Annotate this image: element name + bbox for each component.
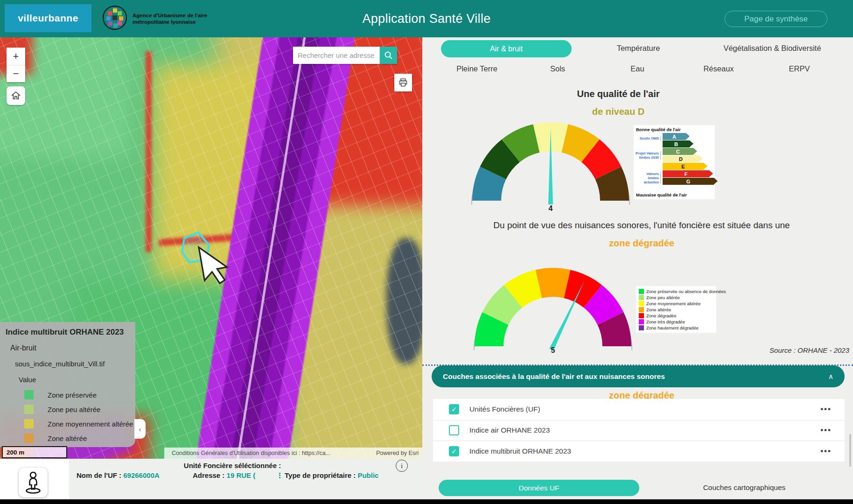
air-threshold-label: Valeurs limites actuelles (635, 172, 661, 184)
legend-swatch (24, 434, 34, 443)
tab-ERPV[interactable]: ERPV (789, 64, 810, 73)
layer-options-button[interactable]: ••• (820, 447, 832, 456)
air-quality-level: de niveau D (422, 106, 814, 117)
air-grade-G: G (663, 178, 718, 185)
air-grade-B: B (663, 140, 693, 147)
legend-label: Zone moyennement altérée (646, 301, 700, 306)
search-button[interactable] (380, 47, 397, 64)
legend-label: Zone altérée (646, 307, 671, 312)
attribution-text[interactable]: Conditions Générales d'Utilisation dispo… (172, 450, 330, 456)
agence-logo-text: Agence d'Urbanisme de l'aire métropolita… (133, 12, 207, 26)
layer-options-button[interactable]: ••• (820, 405, 832, 414)
air-grade-C: C (663, 148, 697, 155)
uf-address-field: Adresse : 19 RUE ( (193, 471, 255, 479)
legend-label: Zone préservée ou absence de données (646, 289, 726, 294)
tab-Air & bruit[interactable]: Air & bruit (441, 40, 572, 57)
air-quality-gauge (471, 118, 630, 207)
powered-by-esri: Powered by Esri (376, 450, 419, 456)
home-button[interactable] (7, 86, 25, 105)
legend-item: Zone moyennement altérée (639, 301, 713, 306)
map-legend-item: Zone peu altérée (24, 404, 100, 414)
legend-swatch (24, 419, 34, 428)
legend-swatch (639, 319, 644, 324)
map-legend-layer: sous_indice_multibruit_Vill.tif (15, 360, 105, 368)
map-attribution: Conditions Générales d'Utilisation dispo… (164, 448, 422, 459)
legend-item: Zone très dégradée (639, 319, 713, 324)
legend-swatch (24, 405, 34, 414)
tab-Eau[interactable]: Eau (630, 64, 644, 73)
layer-row: ✓Unités Foncières (UF)••• (433, 399, 845, 420)
home-icon (11, 91, 21, 100)
field-separator: ⋮ (276, 471, 283, 480)
header: Application Santé Ville villeurbanne (0, 0, 853, 37)
couches-header-label: Couches associées à la qualité de l'air … (443, 372, 665, 381)
legend-label: Zone moyennement altérée (48, 420, 133, 428)
layer-row: Indice air ORHANE 2023••• (433, 420, 845, 441)
legend-swatch (639, 313, 644, 318)
scrollbar-thumb[interactable] (849, 434, 851, 467)
tab-Pleine Terre[interactable]: Pleine Terre (456, 64, 497, 73)
map-canvas[interactable]: + − Indice multibruit ORHANE 2023 Air-br… (0, 37, 422, 459)
noise-sentence: Du point de vue des nuisances sonores, l… (441, 220, 842, 231)
uf-info-bar: Unité Foncière séléctionnée : Nom de l'U… (69, 459, 422, 504)
tab-Température[interactable]: Température (617, 44, 660, 53)
map-legend-item: Zone préservée (24, 390, 97, 400)
legend-collapse-button[interactable]: ‹ (134, 419, 146, 439)
air-quality-scale-legend: Bonne qualité de l'air ABCDEFG Seuils OM… (634, 125, 715, 199)
legend-label: Zone dégradée (646, 313, 676, 318)
noise-gauge (474, 263, 632, 353)
agence-cube-icon (102, 5, 128, 33)
couches-cartographiques-tab[interactable]: Couches cartographiques (684, 483, 805, 492)
legend-item: Zone préservée ou absence de données (639, 288, 713, 294)
air-grade-D: D (663, 155, 703, 162)
application-sante-ville: Application Santé Ville villeurbanne (0, 0, 853, 504)
legend-item: Zone peu altérée (639, 294, 713, 300)
streetview-button[interactable] (19, 468, 48, 497)
layer-checkbox[interactable]: ✓ (449, 404, 459, 414)
print-button[interactable] (394, 74, 412, 91)
layer-list: ✓Unités Foncières (UF)•••Indice air ORHA… (433, 399, 845, 462)
map-legend-item: Zone altérée (24, 433, 87, 443)
noise-zone-label: zone dégradée (441, 238, 842, 249)
legend-label: Zone peu altérée (646, 295, 680, 300)
zoom-in-button[interactable]: + (7, 48, 25, 65)
villeurbanne-logo: villeurbanne (5, 4, 91, 32)
scale-bad-label: Mauvaise qualité de l'air (636, 192, 687, 197)
scale-label: 200 m (7, 449, 24, 456)
map-legend-group: Air-bruit (10, 344, 36, 352)
layer-label: Indice air ORHANE 2023 (469, 426, 550, 434)
scale-bar: 200 m (2, 446, 67, 458)
layer-row: ✓Indice multibruit ORHANE 2023••• (433, 441, 845, 462)
air-threshold-label: Projet Valeurs limites 2030 (635, 151, 661, 160)
tab-Sols[interactable]: Sols (550, 64, 565, 73)
tab-Végétalisation & Biodiversité[interactable]: Végétalisation & Biodiversité (723, 44, 821, 53)
noise-gauge-value: 5 (474, 346, 632, 355)
chevron-up-icon[interactable]: ∧ (828, 372, 833, 381)
print-icon (399, 78, 408, 87)
legend-label: Zone peu altérée (48, 406, 100, 413)
search-input[interactable] (293, 47, 380, 64)
person-icon (24, 471, 42, 494)
uf-owner-field: Type de propriétaire : Public (285, 471, 378, 479)
zoom-out-button[interactable]: − (7, 65, 25, 82)
right-panel: Air & bruitTempératureVégétalisation & B… (422, 37, 853, 504)
air-grade-A: A (663, 133, 690, 140)
info-icon[interactable]: i (396, 460, 408, 472)
legend-label: Zone très dégradée (646, 319, 685, 324)
page-de-synthese-button[interactable]: Page de synthèse (725, 11, 827, 27)
search-icon (384, 51, 393, 60)
selected-parcel-overlay (168, 224, 271, 327)
legend-swatch (639, 289, 644, 294)
scale-good-label: Bonne qualité de l'air (636, 127, 681, 132)
donnees-uf-button[interactable]: Données UF (439, 480, 639, 496)
legend-label: Zone altérée (48, 434, 87, 442)
layer-options-button[interactable]: ••• (820, 426, 832, 435)
layer-checkbox[interactable]: ✓ (449, 446, 459, 456)
couches-section-header[interactable]: Couches associées à la qualité de l'air … (432, 365, 845, 387)
legend-item: Zone hautement dégradée (639, 325, 713, 330)
layer-checkbox[interactable] (449, 425, 459, 435)
tab-Réseaux[interactable]: Réseaux (703, 64, 734, 73)
legend-label: Zone hautement dégradée (646, 325, 699, 330)
air-grade-E: E (663, 163, 707, 170)
legend-swatch (24, 390, 34, 399)
